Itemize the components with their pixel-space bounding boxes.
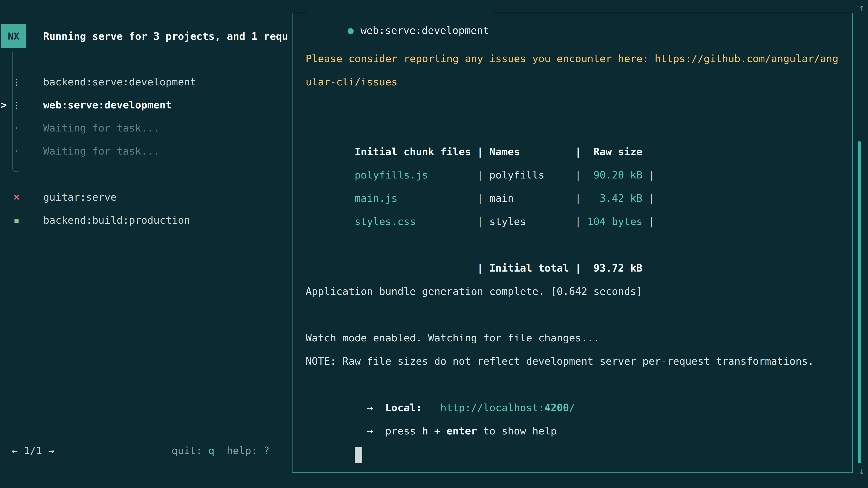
indent xyxy=(355,402,367,414)
local-label: Local: xyxy=(385,402,422,414)
failed-x-icon: × xyxy=(11,191,22,203)
issue-notice-line-1: Please consider reporting any issues you… xyxy=(306,47,852,70)
bundle-complete-line: Application bundle generation complete. … xyxy=(306,280,852,303)
gap xyxy=(373,402,385,414)
task-item-backend-serve[interactable]: ⋮ backend:serve:development xyxy=(0,70,291,93)
cell-file: main.js xyxy=(355,192,477,204)
blank-line xyxy=(306,94,852,117)
cell-sep: | xyxy=(643,192,655,204)
pager: ← 1/1 → xyxy=(11,439,55,462)
task-item-waiting-1[interactable]: · Waiting for task... xyxy=(0,116,291,139)
cell-size: 90.20 kB xyxy=(581,169,643,181)
task-label: backend:build:production xyxy=(43,214,190,226)
task-item-backend-build[interactable]: ■ backend:build:production xyxy=(0,208,291,232)
cell-sep: | xyxy=(477,169,489,181)
help-keys: h + enter xyxy=(422,425,477,437)
sidebar-footer: ← 1/1 → quit: q help: ? xyxy=(0,439,291,462)
scroll-down-icon[interactable]: ↓ xyxy=(856,465,868,476)
task-item-web-serve[interactable]: > ⋮ web:serve:development xyxy=(0,93,291,116)
quit-hint-label: quit: xyxy=(172,445,209,457)
note-line: NOTE: Raw file sizes do not reflect deve… xyxy=(306,350,852,373)
blank-line xyxy=(306,303,852,326)
help-pre-text: press xyxy=(385,425,422,437)
scrollbar-thumb[interactable] xyxy=(858,141,861,463)
issue-notice-line-2: ular-cli/issues xyxy=(306,70,852,94)
running-dot-icon: ● xyxy=(348,24,354,36)
header-names: Names xyxy=(489,146,575,158)
local-url-slash[interactable]: / xyxy=(569,402,575,414)
gap xyxy=(373,425,385,437)
scroll-up-icon[interactable]: ↑ xyxy=(856,2,868,13)
terminal-cursor xyxy=(355,447,362,463)
cell-file: polyfills.js xyxy=(355,169,477,181)
cell-sep: | xyxy=(477,192,489,204)
waiting-dot-icon: · xyxy=(11,145,22,157)
total-label: Initial total xyxy=(489,262,575,274)
cell-pad xyxy=(355,262,477,274)
cell-sep: | xyxy=(643,216,655,228)
cell-file: styles.css xyxy=(355,216,477,228)
keyboard-hints: quit: q help: ? xyxy=(172,439,270,462)
panel-title-text: web:serve:development xyxy=(361,24,489,36)
header-raw-size: Raw size xyxy=(581,146,643,158)
finished-task-list: × guitar:serve ■ backend:build:productio… xyxy=(0,186,291,232)
pager-prev-icon[interactable]: ← xyxy=(11,445,18,457)
cell-name: polyfills xyxy=(489,169,575,181)
spinner-icon: ⋮ xyxy=(11,100,22,110)
cell-size: 104 bytes xyxy=(581,216,643,228)
watch-mode-line: Watch mode enabled. Watching for file ch… xyxy=(306,326,852,350)
run-summary-title: Running serve for 3 projects, and 1 requ xyxy=(43,30,288,42)
task-item-waiting-2[interactable]: · Waiting for task... xyxy=(0,139,291,162)
indent xyxy=(355,425,367,437)
header-sep: | xyxy=(575,146,581,158)
selected-caret-icon: > xyxy=(1,99,7,111)
task-label: web:serve:development xyxy=(43,99,172,111)
cell-size: 3.42 kB xyxy=(581,192,643,204)
arrow-icon: → xyxy=(367,402,373,414)
chunk-table-header: Initial chunk files | Names | Raw size xyxy=(306,117,852,140)
task-label: backend:serve:development xyxy=(43,76,196,88)
cell-sep: | xyxy=(575,216,581,228)
help-post-text: to show help xyxy=(477,425,557,437)
cell-sep: | xyxy=(477,262,489,274)
running-task-list: ⋮ backend:serve:development > ⋮ web:serv… xyxy=(0,70,291,162)
task-output-panel: ●web:serve:development Please consider r… xyxy=(292,13,852,473)
local-url[interactable]: http://localhost: xyxy=(440,402,545,414)
arrow-icon: → xyxy=(367,425,373,437)
nx-logo: NX xyxy=(1,24,26,48)
sidebar-header: NX Running serve for 3 projects, and 1 r… xyxy=(1,24,288,48)
gap xyxy=(422,402,440,414)
panel-title: ●web:serve:development xyxy=(307,5,493,22)
local-url-port[interactable]: 4200 xyxy=(545,402,569,414)
initial-total-row: | Initial total | 93.72 kB xyxy=(306,233,852,256)
terminal-output: Please consider reporting any issues you… xyxy=(292,13,852,443)
header-files: Initial chunk files xyxy=(355,146,477,158)
task-label: Waiting for task... xyxy=(43,145,160,157)
help-key: ? xyxy=(264,445,270,457)
cell-sep: | xyxy=(575,262,581,274)
cell-sep: | xyxy=(575,169,581,181)
spinner-icon: ⋮ xyxy=(11,77,22,87)
cell-sep: | xyxy=(575,192,581,204)
success-square-icon: ■ xyxy=(11,216,22,224)
task-label: guitar:serve xyxy=(43,191,117,203)
cell-name: main xyxy=(489,192,575,204)
local-url-line: → Local: http://localhost:4200/ xyxy=(306,373,852,396)
cell-name: styles xyxy=(489,216,575,228)
header-sep: | xyxy=(477,146,489,158)
cell-sep: | xyxy=(477,216,489,228)
task-sidebar: NX Running serve for 3 projects, and 1 r… xyxy=(0,0,291,488)
total-value: 93.72 kB xyxy=(581,262,643,274)
help-hint-label: help: xyxy=(215,445,264,457)
waiting-dot-icon: · xyxy=(11,122,22,134)
cell-sep: | xyxy=(643,169,655,181)
pager-next-icon[interactable]: → xyxy=(49,445,55,457)
nx-terminal-ui: NX Running serve for 3 projects, and 1 r… xyxy=(0,0,868,488)
quit-key: q xyxy=(209,445,215,457)
task-label: Waiting for task... xyxy=(43,122,160,134)
task-item-guitar-serve[interactable]: × guitar:serve xyxy=(0,186,291,208)
pager-position: 1/1 xyxy=(18,445,48,457)
